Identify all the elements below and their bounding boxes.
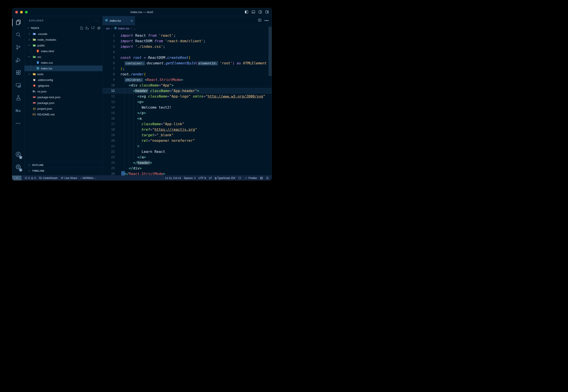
tree-item-package-json[interactable]: npmpackage.json <box>25 100 102 106</box>
tree-item-index-tsx[interactable]: index.tsx <box>25 66 102 71</box>
code-line-16[interactable]: 16 <a <box>103 116 272 121</box>
code-line-23[interactable]: 23 </a> <box>103 154 272 160</box>
code-area[interactable]: 1import React from 'react';2import React… <box>103 31 272 175</box>
activity-more-views[interactable]: ••• <box>12 117 24 130</box>
code-line-5[interactable]: 5const root = ReactDOM.createRoot( <box>103 55 272 60</box>
code-line-25[interactable]: 25 </div> <box>103 166 272 171</box>
toggle-sidebar-icon[interactable] <box>245 10 248 14</box>
code-line-18[interactable]: 18 href="https://reactjs.org" <box>103 127 272 132</box>
status-cursor-position[interactable]: Ln 11, Col 14 <box>165 176 181 180</box>
status-indentation[interactable]: Spaces: 2 <box>184 176 195 180</box>
code-line-11[interactable]: 11 <header className="App-header"> <box>103 88 272 94</box>
status-codestream[interactable]: CodeStream <box>39 176 57 180</box>
folder-node-icon: JS <box>32 38 36 41</box>
activity-accounts[interactable]: 1 <box>12 148 24 161</box>
code-line-19[interactable]: 19 target="_blank" <box>103 132 272 138</box>
code-line-12[interactable]: 12 <svg className="App-logo" xmlns="http… <box>103 94 272 99</box>
breadcrumb-item--[interactable]: ... <box>133 27 136 30</box>
tree-item--vscode[interactable]: .vscode <box>25 31 102 37</box>
new-file-icon[interactable] <box>80 26 83 30</box>
activity-nx-console[interactable]: N≥ <box>12 104 24 117</box>
activity-remote-explorer[interactable] <box>12 79 24 92</box>
comment-icon <box>39 177 42 180</box>
tree-item-public[interactable]: public <box>25 42 102 48</box>
collapse-all-icon[interactable] <box>97 26 101 30</box>
activity-settings[interactable]: 1 <box>12 161 24 174</box>
code-line-17[interactable]: 17 className="App-link" <box>103 121 272 127</box>
code-line-26[interactable]: 26 </React.StrictMode> <box>103 171 272 175</box>
activity-explorer[interactable] <box>12 16 24 29</box>
status-problems[interactable]: 00 <box>25 176 36 180</box>
code-line-22[interactable]: 22 Learn React <box>103 149 272 154</box>
more-actions-icon[interactable]: ••• <box>264 19 269 23</box>
status-vim-mode[interactable]: -- NORMAL -- <box>80 176 97 180</box>
code-line-10[interactable]: 10 <div className="App"> <box>103 83 272 88</box>
code-line-13[interactable]: 13 <p> <box>103 99 272 105</box>
activity-source-control[interactable] <box>12 41 24 54</box>
tree-item-src[interactable]: </>src <box>25 54 102 60</box>
activity-run-debug[interactable] <box>12 54 24 67</box>
line-content: <a <box>119 116 272 121</box>
close-tab-icon[interactable]: × <box>131 19 133 22</box>
tree-item-node-modules[interactable]: JSnode_modules <box>25 37 102 42</box>
status-encoding[interactable]: UTF-8 <box>198 176 206 180</box>
status-remote[interactable] <box>12 176 21 180</box>
tree-item-nx-json[interactable]: Nxnx.json <box>25 88 102 94</box>
tree-item-index-html[interactable]: 5index.html <box>25 48 102 54</box>
tab-index-tsx[interactable]: index.tsx × <box>103 16 135 25</box>
customize-layout-icon[interactable] <box>265 10 269 14</box>
line-number: 23 <box>103 154 119 160</box>
explorer-more-actions-icon[interactable]: ··· <box>95 19 99 22</box>
new-folder-icon[interactable] <box>86 26 89 30</box>
code-line-4[interactable]: 4 <box>103 49 272 55</box>
status-eol[interactable]: LF <box>209 176 212 180</box>
status-language-mode[interactable]: {}TypeScript JSX <box>215 176 235 180</box>
outline-section[interactable]: OUTLINE <box>25 162 102 168</box>
code-line-8[interactable]: 8root.render( <box>103 71 272 77</box>
minimize-button[interactable] <box>20 11 23 14</box>
activity-search[interactable] <box>12 29 24 41</box>
refresh-icon[interactable] <box>91 26 95 30</box>
code-line-15[interactable]: 15 </p> <box>103 110 272 116</box>
status-feedback[interactable] <box>260 176 263 180</box>
project-section-header[interactable]: TEST2 <box>25 25 102 31</box>
status-notifications[interactable] <box>266 176 269 180</box>
code-line-7[interactable]: 7); <box>103 66 272 71</box>
code-line-14[interactable]: 14 Welcome test2! <box>103 105 272 110</box>
status-github[interactable] <box>238 176 241 180</box>
zoom-button[interactable] <box>25 11 28 14</box>
json-braces-icon: {} <box>32 107 36 110</box>
tree-item-readme-md[interactable]: README.md <box>25 112 102 117</box>
activity-extensions[interactable] <box>12 67 24 79</box>
toggle-secondary-sidebar-icon[interactable] <box>258 10 262 14</box>
toggle-panel-icon[interactable] <box>251 10 255 14</box>
status-formatter[interactable]: Prettier <box>244 176 257 180</box>
tree-item--editorconfig[interactable]: .editorconfig <box>25 77 102 83</box>
close-button[interactable] <box>15 11 18 14</box>
tree-item-index-css[interactable]: 3index.css <box>25 60 102 66</box>
breadcrumb-item-src[interactable]: src <box>106 27 110 30</box>
code-line-24[interactable]: 24 </header> <box>103 160 272 166</box>
code-line-21[interactable]: 21 > <box>103 143 272 149</box>
code-line-1[interactable]: 1import React from 'react'; <box>103 33 272 38</box>
tree-item-tools[interactable]: tools <box>25 71 102 77</box>
tree-item-project-json[interactable]: {}project.json <box>25 106 102 112</box>
timeline-section[interactable]: TIMELINE <box>25 168 102 173</box>
code-line-3[interactable]: 3import './index.css'; <box>103 44 272 49</box>
tree-item-package-lock-json[interactable]: npmpackage-lock.json <box>25 94 102 100</box>
source-control-icon <box>15 44 21 51</box>
code-line-20[interactable]: 20 rel="noopener noreferrer" <box>103 138 272 143</box>
code-line-9[interactable]: 9 children:<React.StrictMode> <box>103 77 272 83</box>
code-line-2[interactable]: 2import ReactDOM from 'react-dom/client'… <box>103 38 272 44</box>
activity-testing[interactable] <box>12 92 24 104</box>
status-live-share[interactable]: Live Share <box>61 176 77 180</box>
status-bar-left: 00CodeStreamLive Share-- NORMAL -- <box>12 176 97 180</box>
split-editor-icon[interactable] <box>258 18 262 23</box>
tree-item--gitignore[interactable]: .gitignore <box>25 83 102 88</box>
editor-scrollbar[interactable] <box>268 27 272 76</box>
code-line-6[interactable]: 6 container:document.getElementById(elem… <box>103 60 272 66</box>
line-number: 18 <box>103 127 119 132</box>
breadcrumb-separator: › <box>111 27 112 30</box>
breadcrumb-item-index-tsx[interactable]: index.tsx <box>114 27 129 30</box>
vscode-window: index.tsx — test2 N≥•••11 EXPLORER ··· T… <box>12 8 272 180</box>
